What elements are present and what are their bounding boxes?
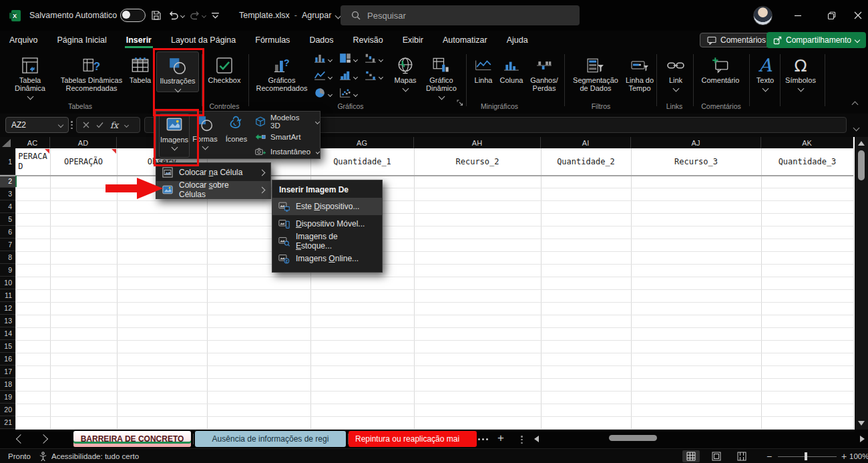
row-header-17[interactable]: 17 (0, 365, 15, 378)
cell-AH1[interactable]: Recurso_2 (414, 148, 541, 175)
column-header-AG[interactable]: AG (310, 137, 414, 148)
cell-AD1[interactable]: OPERAÇÃO (50, 148, 117, 175)
sheet-nav-right-arrow[interactable] (39, 434, 48, 444)
column-header-AC[interactable]: AC (15, 137, 50, 148)
ribbon-button-mapas[interactable]: Mapas (390, 51, 421, 91)
flyout-item-smartart[interactable]: SmartArt (255, 130, 319, 144)
menu-item-colocar-sobre-células[interactable]: Colocar sobre Células (156, 181, 270, 198)
scroll-down-arrow[interactable] (858, 421, 865, 426)
ribbon-button-mini-funnel[interactable] (365, 69, 383, 84)
row-header-19[interactable]: 19 (0, 391, 15, 404)
new-sheet-button[interactable]: + (497, 432, 504, 445)
vertical-scroll-thumb[interactable] (858, 150, 865, 180)
comments-button[interactable]: Comentários (700, 33, 773, 47)
ribbon-tab-fórmulas[interactable]: Fórmulas (254, 31, 291, 49)
ribbon-button-gráfico-dinâmico[interactable]: Gráfico Dinâmico (422, 51, 461, 99)
row-header-6[interactable]: 6 (0, 226, 15, 239)
cell-AJ1[interactable]: Recurso_3 (631, 148, 761, 175)
ribbon-tab-dados[interactable]: Dados (308, 31, 335, 49)
sheet-tab-repintura-ou-reaplicação-mai[interactable]: Repintura ou reaplicação mai (349, 431, 477, 447)
column-header-AD[interactable]: AD (50, 137, 117, 148)
cell-AI1[interactable]: Quantidade_2 (541, 148, 631, 175)
zoom-level[interactable]: 100% (849, 449, 868, 463)
ribbon-button-linha[interactable]: Linha (471, 51, 495, 84)
zoom-in-button[interactable]: + (841, 449, 847, 463)
horizontal-scroll-thumb[interactable] (609, 435, 657, 441)
ribbon-tab-inserir[interactable]: Inserir (125, 31, 153, 49)
ribbon-tab-automatizar[interactable]: Automatizar (441, 31, 489, 49)
autosave-toggle[interactable] (120, 0, 146, 31)
cell-AK1[interactable]: Quantidade_3 (761, 148, 853, 175)
ribbon-button-texto[interactable]: ATexto (752, 51, 779, 91)
hscroll-left-arrow[interactable] (534, 436, 539, 442)
zoom-slider-track[interactable] (778, 456, 837, 458)
row-header-8[interactable]: 8 (0, 251, 15, 264)
ribbon-button-linha-do-tempo[interactable]: Linha do Tempo (624, 51, 656, 92)
menu-item-este-dispositivo-[interactable]: Este Dispositivo... (272, 198, 382, 215)
zoom-out-button[interactable]: − (767, 449, 772, 463)
document-title[interactable]: Template.xlsx - Agrupar (239, 0, 341, 31)
ribbon-button-mini-treemap[interactable] (339, 52, 357, 67)
ribbon-button-ganhos-perdas[interactable]: Ganhos/ Perdas (527, 51, 561, 92)
menu-item-dispositivo-móvel-[interactable]: Dispositivo Móvel... (272, 215, 382, 233)
ribbon-button-gráficos-recomendados[interactable]: ?Gráficos Recomendados (252, 51, 311, 92)
ribbon-button-tabela[interactable]: Tabela (126, 51, 155, 84)
user-avatar[interactable] (753, 6, 773, 25)
restore-button[interactable] (816, 0, 847, 31)
row-header-18[interactable]: 18 (0, 378, 15, 391)
row-header-2[interactable]: 2 (0, 175, 15, 188)
ribbon-button-mini-histogram[interactable] (339, 69, 357, 84)
formula-buttons[interactable]: fx (76, 117, 140, 133)
row-header-16[interactable]: 16 (0, 353, 15, 365)
accessibility-status[interactable]: Acessibilidade: tudo certo (39, 449, 139, 463)
ribbon-button-mini-waterfall[interactable] (365, 52, 383, 67)
undo-button[interactable] (168, 0, 184, 31)
ribbon-tab-ajuda[interactable]: Ajuda (505, 31, 529, 49)
ribbon-button-segmentação-de-dados[interactable]: Segmentação de Dados (569, 51, 622, 92)
ribbon-button-símbolos[interactable]: ΩSímbolos (781, 51, 820, 91)
cancel-icon[interactable] (83, 122, 89, 128)
normal-view-button[interactable] (682, 450, 700, 462)
row-header-5[interactable]: 5 (0, 213, 15, 226)
search-input[interactable]: Pesquisar (341, 5, 580, 25)
column-header-AH[interactable]: AH (414, 137, 541, 148)
ribbon-button-link[interactable]: Link (661, 51, 690, 91)
expand-formula-bar-button[interactable] (854, 121, 859, 133)
sheet-nav-left-arrow[interactable] (16, 434, 25, 444)
menu-item-imagens-online-[interactable]: eImagens Online... (272, 250, 382, 267)
tab-scroll-divider[interactable] (521, 434, 523, 448)
minimize-button[interactable] (783, 0, 813, 31)
ribbon-button-tabelas-dinâmicas-recomendadas[interactable]: ?Tabelas Dinâmicas Recomendadas (57, 51, 126, 92)
ribbon-tab-página-inicial[interactable]: Página Inicial (55, 31, 107, 49)
row-header-4[interactable]: 4 (0, 200, 15, 213)
ribbon-button-mini-column[interactable] (314, 52, 332, 67)
flyout-item-instantâneo[interactable]: Instantâneo (255, 144, 319, 159)
cell-AG1[interactable]: Quantidade_1 (310, 148, 414, 175)
ribbon-tab-revisão[interactable]: Revisão (352, 31, 385, 49)
column-header-AI[interactable]: AI (541, 137, 631, 148)
flyout-button-ícones[interactable]: Ícones (222, 114, 251, 156)
row-header-3[interactable]: 3 (0, 188, 15, 200)
share-button[interactable]: Compartilhamento (767, 32, 866, 48)
ribbon-tab-layout-da-página[interactable]: Layout da Página (170, 31, 237, 49)
flyout-item-modelos-3d[interactable]: Modelos 3D (255, 114, 319, 129)
select-all-corner[interactable] (2, 139, 11, 147)
row-header-13[interactable]: 13 (0, 315, 15, 327)
ribbon-button-checkbox[interactable]: Checkbox (204, 51, 244, 84)
fx-icon[interactable]: fx (110, 120, 118, 130)
row-header-11[interactable]: 11 (0, 289, 15, 302)
sheet-tab-barreira-de-concreto[interactable]: BARREIRA DE CONCRETO (73, 431, 191, 447)
scroll-up-arrow[interactable] (858, 141, 865, 146)
vertical-scrollbar[interactable] (855, 137, 868, 430)
column-header-AJ[interactable]: AJ (631, 137, 761, 148)
row-header-12[interactable]: 12 (0, 302, 15, 315)
row-header-7[interactable]: 7 (0, 239, 15, 251)
ribbon-button-coluna[interactable]: Coluna (497, 51, 526, 84)
quick-access-customize-icon[interactable] (211, 0, 220, 31)
hscroll-right-arrow[interactable] (860, 436, 865, 442)
row-header-9[interactable]: 9 (0, 264, 15, 277)
collapse-ribbon-button[interactable] (853, 98, 857, 110)
page-layout-view-button[interactable] (708, 450, 725, 462)
row-header-15[interactable]: 15 (0, 340, 15, 353)
row-header-20[interactable]: 20 (0, 404, 15, 416)
